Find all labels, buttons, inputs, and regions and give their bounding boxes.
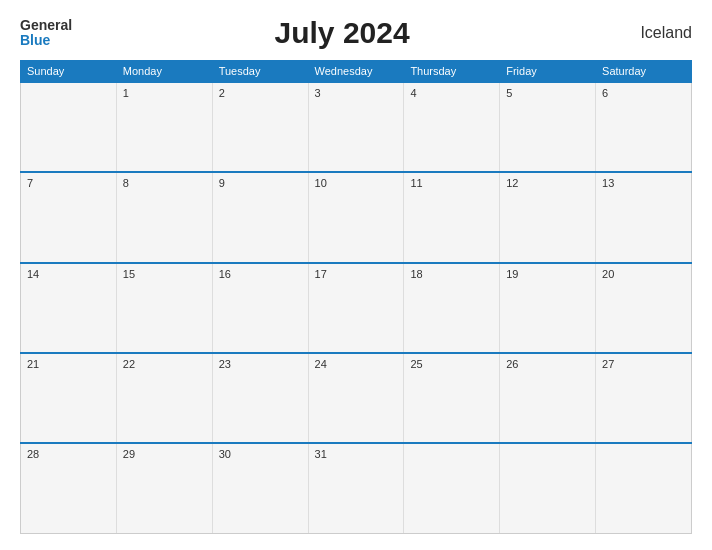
calendar-day-cell: 3 (308, 82, 404, 172)
calendar-day-cell (596, 443, 692, 533)
day-number: 19 (506, 268, 518, 280)
day-number: 16 (219, 268, 231, 280)
calendar-day-cell: 5 (500, 82, 596, 172)
calendar-day-cell: 7 (21, 172, 117, 262)
day-number: 31 (315, 448, 327, 460)
day-number: 8 (123, 177, 129, 189)
day-number: 27 (602, 358, 614, 370)
calendar-day-cell: 11 (404, 172, 500, 262)
calendar-day-cell: 20 (596, 263, 692, 353)
calendar-day-cell: 17 (308, 263, 404, 353)
col-sunday: Sunday (21, 61, 117, 83)
calendar-day-cell: 12 (500, 172, 596, 262)
calendar-day-cell: 31 (308, 443, 404, 533)
calendar-day-cell: 29 (116, 443, 212, 533)
calendar-page: General Blue July 2024 Iceland Sunday Mo… (0, 0, 712, 550)
day-number: 13 (602, 177, 614, 189)
calendar-day-cell: 8 (116, 172, 212, 262)
calendar-week-row: 123456 (21, 82, 692, 172)
calendar-day-cell: 26 (500, 353, 596, 443)
day-number: 12 (506, 177, 518, 189)
logo-blue-text: Blue (20, 33, 50, 48)
day-number: 23 (219, 358, 231, 370)
day-number: 6 (602, 87, 608, 99)
calendar-day-cell: 9 (212, 172, 308, 262)
calendar-day-cell: 25 (404, 353, 500, 443)
day-number: 1 (123, 87, 129, 99)
day-number: 3 (315, 87, 321, 99)
calendar-day-cell: 18 (404, 263, 500, 353)
calendar-day-cell: 28 (21, 443, 117, 533)
calendar-day-cell: 27 (596, 353, 692, 443)
calendar-day-cell: 30 (212, 443, 308, 533)
calendar-day-cell: 4 (404, 82, 500, 172)
day-number: 30 (219, 448, 231, 460)
logo: General Blue (20, 18, 72, 49)
day-number: 5 (506, 87, 512, 99)
calendar-header-row: Sunday Monday Tuesday Wednesday Thursday… (21, 61, 692, 83)
day-number: 24 (315, 358, 327, 370)
day-number: 10 (315, 177, 327, 189)
calendar-table: Sunday Monday Tuesday Wednesday Thursday… (20, 60, 692, 534)
col-friday: Friday (500, 61, 596, 83)
calendar-day-cell: 21 (21, 353, 117, 443)
col-monday: Monday (116, 61, 212, 83)
calendar-day-cell: 1 (116, 82, 212, 172)
calendar-day-cell: 15 (116, 263, 212, 353)
calendar-day-cell (404, 443, 500, 533)
day-number: 4 (410, 87, 416, 99)
country-label: Iceland (612, 24, 692, 42)
calendar-day-cell: 24 (308, 353, 404, 443)
day-number: 17 (315, 268, 327, 280)
day-number: 18 (410, 268, 422, 280)
calendar-week-row: 78910111213 (21, 172, 692, 262)
day-number: 9 (219, 177, 225, 189)
logo-general-text: General (20, 18, 72, 33)
calendar-day-cell: 22 (116, 353, 212, 443)
day-number: 11 (410, 177, 422, 189)
day-number: 26 (506, 358, 518, 370)
col-tuesday: Tuesday (212, 61, 308, 83)
calendar-week-row: 28293031 (21, 443, 692, 533)
day-number: 20 (602, 268, 614, 280)
col-thursday: Thursday (404, 61, 500, 83)
calendar-day-cell: 19 (500, 263, 596, 353)
col-saturday: Saturday (596, 61, 692, 83)
calendar-day-cell: 23 (212, 353, 308, 443)
calendar-day-cell: 14 (21, 263, 117, 353)
header: General Blue July 2024 Iceland (20, 16, 692, 50)
calendar-day-cell: 13 (596, 172, 692, 262)
calendar-day-cell: 10 (308, 172, 404, 262)
day-number: 22 (123, 358, 135, 370)
calendar-day-cell (21, 82, 117, 172)
col-wednesday: Wednesday (308, 61, 404, 83)
calendar-week-row: 14151617181920 (21, 263, 692, 353)
day-number: 21 (27, 358, 39, 370)
day-number: 25 (410, 358, 422, 370)
day-number: 7 (27, 177, 33, 189)
calendar-day-cell: 16 (212, 263, 308, 353)
day-number: 14 (27, 268, 39, 280)
calendar-day-cell: 6 (596, 82, 692, 172)
day-number: 29 (123, 448, 135, 460)
day-number: 15 (123, 268, 135, 280)
calendar-day-cell (500, 443, 596, 533)
calendar-title: July 2024 (72, 16, 612, 50)
day-number: 28 (27, 448, 39, 460)
calendar-week-row: 21222324252627 (21, 353, 692, 443)
day-number: 2 (219, 87, 225, 99)
calendar-day-cell: 2 (212, 82, 308, 172)
